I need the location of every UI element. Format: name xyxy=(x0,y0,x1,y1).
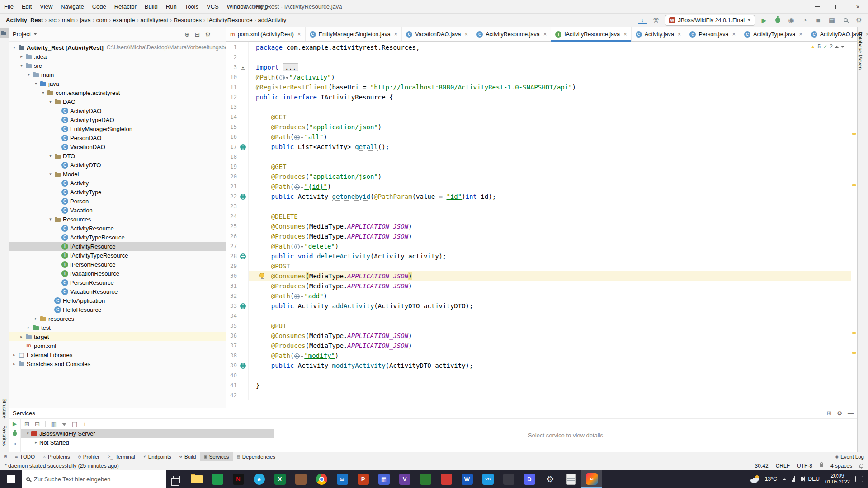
action-center-icon[interactable] xyxy=(855,476,863,482)
taskbar-app-v-app[interactable]: V xyxy=(394,470,415,488)
breadcrumb-item[interactable]: src xyxy=(47,17,57,23)
tree-row[interactable]: ▾Activity_Rest [ActivityRest]C:\Users\Mi… xyxy=(9,43,226,52)
tree-row[interactable]: ▸.idea xyxy=(9,52,226,61)
tree-row[interactable]: ▾main xyxy=(9,70,226,79)
taskbar-app-chrome[interactable] xyxy=(311,470,332,488)
line-separator[interactable]: CRLF xyxy=(776,463,790,469)
breadcrumb-item[interactable]: Resources xyxy=(172,17,203,23)
tree-row[interactable]: ▸target xyxy=(9,332,226,341)
tree-row[interactable]: ▾java xyxy=(9,79,226,88)
tree-chevron-icon[interactable]: ▸ xyxy=(11,361,18,366)
tree-chevron-icon[interactable]: ▾ xyxy=(47,217,54,221)
settings-gear-icon[interactable]: ⚙ xyxy=(205,31,211,38)
tree-row[interactable]: ▸resources xyxy=(9,314,226,323)
expand-all-icon[interactable]: ⊞ xyxy=(24,421,29,427)
tool-tab-build[interactable]: ⚒Build xyxy=(175,452,200,461)
caret-position[interactable]: 30:42 xyxy=(755,463,769,469)
tree-chevron-icon[interactable]: ▾ xyxy=(24,431,31,436)
stripe-label-maven[interactable]: Maven xyxy=(858,55,863,70)
next-issue-icon[interactable] xyxy=(841,46,844,48)
keyboard-layout[interactable]: DEU xyxy=(808,476,820,482)
breadcrumb-item[interactable]: Activity_Rest xyxy=(5,17,44,23)
layout-icon[interactable]: ▦ xyxy=(827,16,836,25)
taskbar-app-leaf-app[interactable] xyxy=(415,470,436,488)
menu-view[interactable]: View xyxy=(36,0,57,14)
tree-row[interactable]: CHelloResource xyxy=(9,305,226,314)
endpoint-globe-icon[interactable] xyxy=(240,194,246,200)
tree-chevron-icon[interactable]: ▸ xyxy=(25,325,32,330)
tree-row[interactable]: ▾Model xyxy=(9,169,226,178)
tree-chevron-icon[interactable]: ▾ xyxy=(18,63,25,68)
breadcrumb-item[interactable]: IActivityResource xyxy=(206,17,254,23)
taskbar-app-vscode[interactable]: VS xyxy=(477,470,498,488)
expand-toolbar-icon[interactable]: » xyxy=(13,441,16,447)
taskbar-app-edge[interactable]: e xyxy=(249,470,269,488)
indent-setting[interactable]: 4 spaces xyxy=(830,463,852,469)
editor-tab[interactable]: CPerson.java× xyxy=(685,27,740,41)
service-row[interactable]: ▸Not Started xyxy=(21,438,274,447)
tree-row[interactable]: IIActivityTypeResource xyxy=(9,251,226,260)
add-service-icon[interactable]: + xyxy=(83,421,86,427)
locate-file-icon[interactable]: ⊕ xyxy=(184,31,190,38)
tree-chevron-icon[interactable]: ▾ xyxy=(25,72,32,77)
maximize-button[interactable] xyxy=(827,0,848,13)
tool-window-switcher-icon[interactable]: ⊞ xyxy=(0,452,11,461)
tree-chevron-icon[interactable]: ▸ xyxy=(33,440,39,445)
error-stripe[interactable] xyxy=(851,42,857,408)
settings-gear-icon[interactable]: ⚙ xyxy=(854,16,863,25)
warning-stripe-mark[interactable] xyxy=(852,133,856,135)
taskbar-app-green-app[interactable] xyxy=(207,470,228,488)
menu-code[interactable]: Code xyxy=(88,0,110,14)
tab-close-icon[interactable]: × xyxy=(543,31,547,38)
taskbar-app-notepad[interactable] xyxy=(561,470,581,488)
vcs-update-icon[interactable]: ↓ xyxy=(638,17,647,24)
tab-close-icon[interactable]: × xyxy=(866,31,868,38)
taskbar-app-red-app[interactable] xyxy=(436,470,457,488)
tree-row[interactable]: mpom.xml xyxy=(9,341,226,350)
settings-gear-icon[interactable]: ⚙ xyxy=(837,410,842,417)
tool-tab-problems[interactable]: ⚠Problems xyxy=(39,452,74,461)
tree-row[interactable]: ▾src xyxy=(9,61,226,70)
menu-navigate[interactable]: Navigate xyxy=(57,0,88,14)
stop-icon[interactable]: ■ xyxy=(814,16,823,25)
tree-row[interactable]: CActivity xyxy=(9,178,226,188)
tree-row[interactable]: CHelloApplication xyxy=(9,296,226,305)
debug-service-icon[interactable] xyxy=(13,430,17,438)
tree-row[interactable]: CEntityManagerSingleton xyxy=(9,124,226,133)
breadcrumb-item[interactable]: main xyxy=(61,17,76,23)
endpoint-globe-icon[interactable] xyxy=(240,363,246,369)
prev-issue-icon[interactable] xyxy=(835,46,839,48)
group-by-icon[interactable]: ▦ xyxy=(51,421,57,427)
status-message[interactable]: * daemon started successfully (25 minute… xyxy=(5,463,119,469)
fold-expand-icon[interactable]: + xyxy=(241,66,245,70)
endpoint-globe-icon[interactable] xyxy=(240,303,246,309)
tool-tab-endpoints[interactable]: ⚡Endpoints xyxy=(139,452,175,461)
tree-chevron-icon[interactable]: ▸ xyxy=(18,54,25,59)
readonly-lock-icon[interactable] xyxy=(820,464,823,467)
tab-close-icon[interactable]: × xyxy=(732,31,736,38)
warning-stripe-mark[interactable] xyxy=(852,352,856,354)
run-button[interactable]: ▶ xyxy=(760,16,769,25)
stripe-label-structure[interactable]: Structure xyxy=(2,399,7,419)
tool-tab-dependencies[interactable]: ▤Dependencies xyxy=(233,452,280,461)
taskbar-app-settings[interactable]: ⚙ xyxy=(540,470,561,488)
task-view-button[interactable] xyxy=(166,470,186,488)
breadcrumb-item[interactable]: com xyxy=(95,17,109,23)
start-button[interactable] xyxy=(0,470,22,488)
tab-close-icon[interactable]: × xyxy=(465,31,468,38)
tree-row[interactable]: CPerson xyxy=(9,197,226,206)
debug-button[interactable] xyxy=(773,16,782,25)
breadcrumb-item[interactable]: example xyxy=(111,17,136,23)
tree-row[interactable]: CPersonDAO xyxy=(9,133,226,142)
tool-tab-terminal[interactable]: >_Terminal xyxy=(104,452,139,461)
build-hammer-icon[interactable]: ⚒ xyxy=(651,16,660,25)
search-everywhere-icon[interactable] xyxy=(841,16,850,25)
tool-tab-todo[interactable]: ≡TODO xyxy=(11,452,39,461)
tree-chevron-icon[interactable]: ▾ xyxy=(33,81,39,86)
tree-chevron-icon[interactable]: ▸ xyxy=(18,334,25,339)
tree-row[interactable]: IIActivityResource xyxy=(9,242,226,251)
tree-row[interactable]: ▸Scratches and Consoles xyxy=(9,359,226,368)
minimize-button[interactable] xyxy=(807,0,827,13)
tree-row[interactable]: IIPersonResource xyxy=(9,260,226,269)
menu-build[interactable]: Build xyxy=(141,0,162,14)
